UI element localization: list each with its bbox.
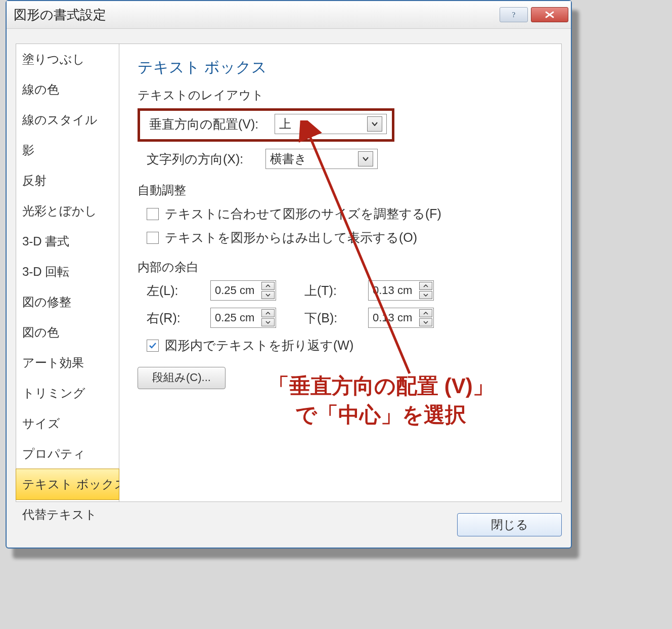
textbox-panel: テキスト ボックス テキストのレイアウト 垂直方向の配置(V): 上 文字列の方… <box>119 44 562 502</box>
wrap-checkbox[interactable] <box>147 340 159 352</box>
autofit-overflow-label: テキストを図形からはみ出して表示する(O) <box>165 229 417 246</box>
sidebar-item-line-style[interactable]: 線のスタイル <box>16 105 119 135</box>
textdir-value: 横書き <box>270 151 307 167</box>
dropdown-arrow-icon <box>367 116 382 132</box>
autofit-shape-label: テキストに合わせて図形のサイズを調整する(F) <box>165 205 441 222</box>
sidebar-item-shadow[interactable]: 影 <box>16 135 119 165</box>
margin-bottom-label: 下(B): <box>304 310 355 326</box>
sidebar-item-size[interactable]: サイズ <box>16 408 119 439</box>
textdir-combo[interactable]: 横書き <box>265 149 378 169</box>
valign-combo[interactable]: 上 <box>275 114 387 134</box>
margin-left-input[interactable]: 0.25 cm <box>210 280 276 301</box>
help-button[interactable]: ? <box>500 7 528 22</box>
margin-right-input[interactable]: 0.25 cm <box>210 308 276 328</box>
category-sidebar: 塗りつぶし 線の色 線のスタイル 影 反射 光彩とぼかし 3-D 書式 3-D … <box>16 44 119 502</box>
valign-label: 垂直方向の配置(V): <box>149 116 275 133</box>
valign-value: 上 <box>279 116 291 132</box>
dialog-title: 図形の書式設定 <box>14 6 106 24</box>
sidebar-item-glow[interactable]: 光彩とぼかし <box>16 196 119 226</box>
autofit-section-label: 自動調整 <box>138 182 549 198</box>
sidebar-item-property[interactable]: プロパティ <box>16 439 119 469</box>
sidebar-item-fill[interactable]: 塗りつぶし <box>16 44 119 74</box>
margin-top-input[interactable]: 0.13 cm <box>368 280 434 301</box>
sidebar-item-alttext[interactable]: 代替テキスト <box>16 499 119 530</box>
panel-heading: テキスト ボックス <box>138 57 549 78</box>
textdir-label: 文字列の方向(X): <box>147 151 265 167</box>
sidebar-item-3d-format[interactable]: 3-D 書式 <box>16 226 119 257</box>
sidebar-item-reflection[interactable]: 反射 <box>16 165 119 196</box>
autofit-overflow-checkbox[interactable] <box>147 232 159 244</box>
sidebar-item-pic-color[interactable]: 図の色 <box>16 317 119 348</box>
sidebar-item-line-color[interactable]: 線の色 <box>16 74 119 105</box>
margin-bottom-input[interactable]: 0.13 cm <box>368 308 434 328</box>
spinner-icon <box>419 282 432 299</box>
dropdown-arrow-icon <box>358 151 373 166</box>
valign-highlight: 垂直方向の配置(V): 上 <box>138 108 394 142</box>
format-shape-dialog: 図形の書式設定 ? 塗りつぶし 線の色 線のスタイル 影 反射 光彩とぼかし 3… <box>6 0 572 549</box>
columns-button[interactable]: 段組み(C)... <box>138 367 226 389</box>
svg-text:?: ? <box>512 11 515 19</box>
margin-right-label: 右(R): <box>147 310 197 326</box>
window-close-button[interactable] <box>531 7 568 22</box>
titlebar: 図形の書式設定 ? <box>7 1 571 29</box>
margin-left-label: 左(L): <box>147 282 197 299</box>
sidebar-item-artistic[interactable]: アート効果 <box>16 348 119 378</box>
spinner-icon <box>261 309 275 326</box>
sidebar-item-pic-correct[interactable]: 図の修整 <box>16 287 119 317</box>
sidebar-item-textbox[interactable]: テキスト ボックス <box>16 469 119 500</box>
spinner-icon <box>261 282 275 299</box>
margin-section-label: 内部の余白 <box>138 259 549 275</box>
sidebar-item-3d-rotation[interactable]: 3-D 回転 <box>16 257 119 287</box>
layout-section-label: テキストのレイアウト <box>138 87 549 103</box>
sidebar-item-crop[interactable]: トリミング <box>16 378 119 408</box>
margin-top-label: 上(T): <box>304 282 355 299</box>
annotation-text: 「垂直方向の配置 (V)」 で「中心」を選択 <box>268 372 494 429</box>
wrap-label: 図形内でテキストを折り返す(W) <box>165 337 353 354</box>
spinner-icon <box>419 309 432 326</box>
close-button[interactable]: 閉じる <box>457 513 562 536</box>
autofit-shape-checkbox[interactable] <box>147 208 159 220</box>
